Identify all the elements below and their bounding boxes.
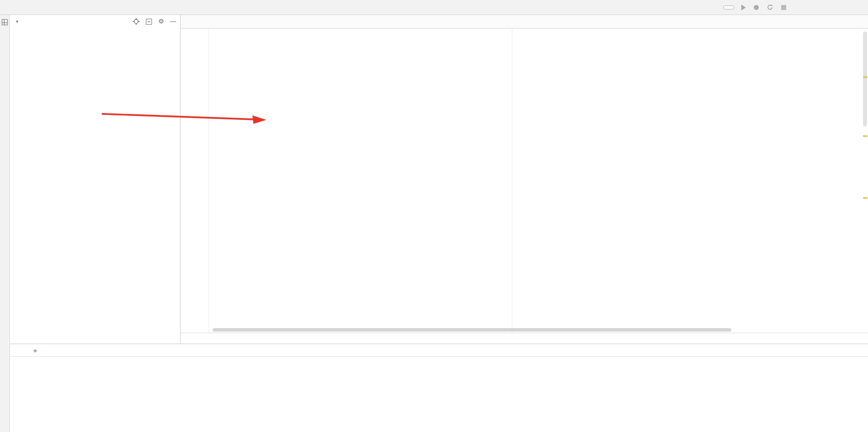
run-icon[interactable] <box>741 4 746 10</box>
title-bar <box>0 0 868 15</box>
project-panel: ▾ ⚙ — <box>10 15 181 344</box>
titlebar-toolbar <box>741 4 786 10</box>
project-view-selector[interactable]: ▾ <box>14 19 18 24</box>
code-editor[interactable] <box>181 28 868 333</box>
gutter-separator <box>209 28 209 333</box>
editor-tabs <box>181 15 868 28</box>
ide-window: ▾ ⚙ — <box>0 0 868 432</box>
editor-breadcrumb <box>181 333 868 344</box>
warning-stripe-mark <box>863 76 868 78</box>
chevron-down-icon: ▾ <box>16 19 18 24</box>
terminal-output[interactable] <box>10 357 868 432</box>
right-margin-guide <box>512 28 512 333</box>
terminal-panel: + <box>10 344 868 432</box>
editor <box>181 15 868 344</box>
terminal-header: + <box>10 344 868 357</box>
warning-stripe-mark <box>863 135 868 137</box>
new-terminal-tab-button[interactable]: + <box>33 346 37 355</box>
debug-icon[interactable] <box>754 5 759 10</box>
sync-icon[interactable] <box>767 4 773 10</box>
vertical-scrollbar[interactable] <box>863 31 867 126</box>
add-configuration-button[interactable] <box>723 5 734 9</box>
locate-file-icon[interactable] <box>133 18 140 25</box>
horizontal-scrollbar[interactable] <box>213 328 731 332</box>
warning-stripe-mark <box>863 197 868 199</box>
project-panel-header: ▾ ⚙ — <box>10 15 180 28</box>
left-tool-strip <box>0 15 10 432</box>
project-tree[interactable] <box>10 28 180 344</box>
collapse-all-icon[interactable] <box>146 18 152 25</box>
tool-windows-grid-icon[interactable] <box>1 19 8 25</box>
stop-icon[interactable] <box>781 5 786 10</box>
